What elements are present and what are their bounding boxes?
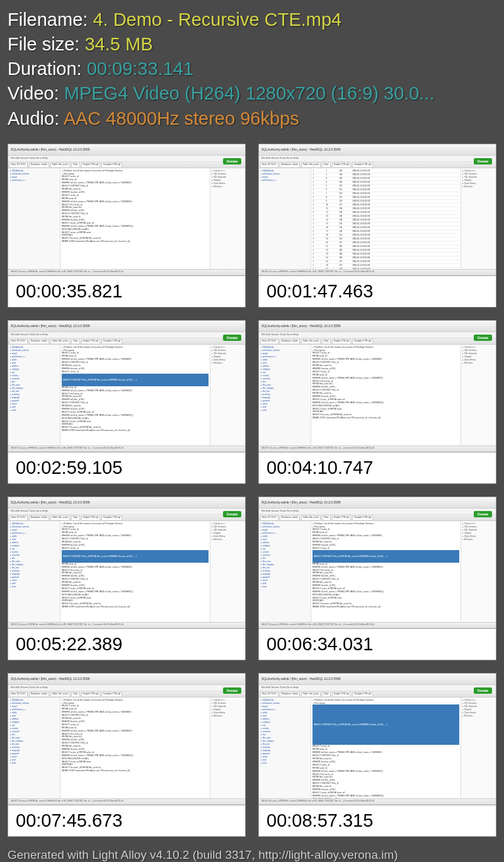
thumbnail-image: SQLAuthority.sakila / [film_actor] - Hei… [8,673,246,805]
thumbnail-timestamp: 00:05:22.389 [8,629,246,660]
duration-value: 00:09:33.141 [87,59,193,79]
audio-row: Audio: AAC 48000Hz stereo 96kbps [8,106,496,131]
thumbnail-timestamp: 00:08:57.315 [258,805,496,837]
filesize-value: 34.5 MB [84,34,152,54]
thumbnail-item: SQLAuthority.sakila / [film_actor] - Hei… [8,673,246,837]
thumbnail-image: SQLAuthority.sakila / [film_actor] - Hei… [8,320,246,452]
thumbnail-item: SQLAuthority.sakila / [film_actor] - Hei… [8,497,246,660]
duration-row: Duration: 00:09:33.141 [8,57,496,81]
filename-label: Filename: [8,9,93,30]
thumbnail-item: SQLAuthority.sakila / [film_actor] - Hei… [258,144,496,307]
thumbnail-timestamp: 00:01:47.463 [258,276,496,307]
thumbnail-image: SQLAuthority.sakila / [film_actor] - Hei… [258,673,496,805]
duration-label: Duration: [8,59,87,79]
thumbnail-image: SQLAuthority.sakila / [film_actor] - Hei… [8,497,246,629]
filesize-label: File size: [8,34,84,54]
thumbnail-item: SQLAuthority.sakila / [film_actor] - Hei… [258,673,496,837]
footer-text: Generated with Light Alloy v4.10.2 (buil… [8,848,496,862]
thumbnail-item: SQLAuthority.sakila / [film_actor] - Hei… [8,320,246,484]
thumbnail-timestamp: 00:04:10.747 [258,452,496,484]
thumbnail-image: SQLAuthority.sakila / [film_actor] - Hei… [258,320,496,452]
filesize-row: File size: 34.5 MB [8,32,496,57]
thumbnail-image: SQLAuthority.sakila / [film_actor] - Hei… [8,144,246,276]
thumbnail-timestamp: 00:06:34.031 [258,629,496,660]
video-row: Video: MPEG4 Video (H264) 1280x720 (16:9… [8,81,496,106]
thumbnail-item: SQLAuthority.sakila / [film_actor] - Hei… [258,320,496,484]
thumbnail-grid: SQLAuthority.sakila / [film_actor] - Hei… [8,144,496,837]
audio-label: Audio: [8,108,64,129]
thumbnail-image: SQLAuthority.sakila / [film_actor] - Hei… [258,497,496,629]
thumbnail-timestamp: 00:00:35.821 [8,276,246,307]
filename-value: 4. Demo - Recursive CTE.mp4 [93,9,341,30]
thumbnail-timestamp: 00:02:59.105 [8,452,246,484]
thumbnail-item: SQLAuthority.sakila / [film_actor] - Hei… [258,497,496,660]
video-value: MPEG4 Video (H264) 1280x720 (16:9) 30.0.… [64,83,435,103]
audio-value: AAC 48000Hz stereo 96kbps [64,108,299,129]
video-label: Video: [8,83,64,103]
thumbnail-item: SQLAuthority.sakila / [film_actor] - Hei… [8,144,246,307]
filename-row: Filename: 4. Demo - Recursive CTE.mp4 [8,8,496,32]
thumbnail-image: SQLAuthority.sakila / [film_actor] - Hei… [258,144,496,276]
metadata-header: Filename: 4. Demo - Recursive CTE.mp4 Fi… [8,8,496,131]
thumbnail-timestamp: 00:07:45.673 [8,805,246,837]
